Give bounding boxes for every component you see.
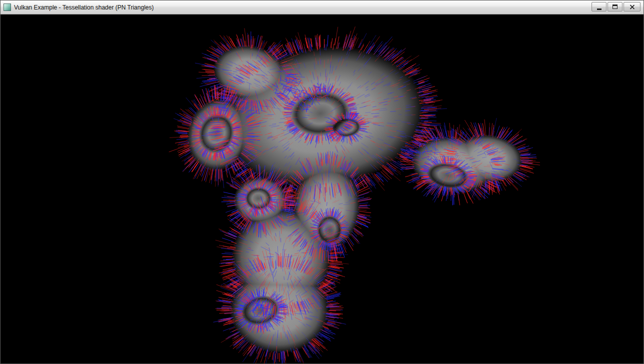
maximize-button[interactable] bbox=[608, 2, 622, 12]
maximize-icon bbox=[612, 4, 618, 9]
minimize-button[interactable] bbox=[592, 2, 606, 12]
title-bar[interactable]: Vulkan Example - Tessellation shader (PN… bbox=[0, 0, 644, 14]
viewport-canvas[interactable] bbox=[0, 14, 644, 364]
render-viewport bbox=[0, 14, 644, 364]
close-button[interactable] bbox=[624, 2, 640, 12]
minimize-icon bbox=[597, 8, 602, 10]
window-title: Vulkan Example - Tessellation shader (PN… bbox=[14, 4, 154, 11]
window-controls bbox=[592, 2, 640, 12]
vulkan-example-window: Vulkan Example - Tessellation shader (PN… bbox=[0, 0, 644, 364]
close-icon bbox=[630, 4, 635, 10]
app-icon bbox=[4, 4, 11, 11]
